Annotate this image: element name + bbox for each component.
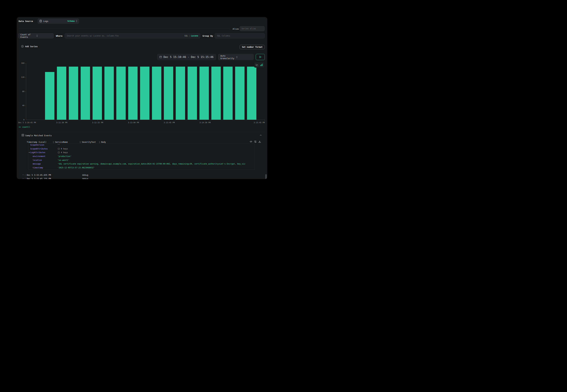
column-header-body[interactable]: Body: [99, 141, 106, 143]
chart-bar: [45, 72, 54, 120]
chevron-right-icon[interactable]: ›: [22, 173, 24, 176]
plus-circle-icon: [21, 45, 24, 48]
event-severity: debug: [82, 178, 88, 179]
chart-bar: [199, 67, 209, 120]
column-header-label: ServiceName: [55, 141, 68, 143]
attribute-key: message: [33, 163, 41, 165]
data-source-value: Logs: [43, 20, 68, 22]
chart-legend: count(): [19, 126, 30, 128]
x-axis-tick-label: 3:11:30 PM: [56, 122, 67, 124]
aggregate-select[interactable]: Count of Events: [18, 33, 54, 39]
line-chart-icon[interactable]: [256, 64, 259, 66]
series-alias-input[interactable]: Series alias: [240, 26, 264, 31]
search-placeholder: Search your events w/ Lucene ex. column:…: [67, 35, 119, 37]
x-axis-tick-label: 3:13:00 PM: [128, 122, 139, 124]
attribute-row[interactable]: environment "production": [28, 154, 255, 158]
attribute-value: production: [59, 155, 70, 157]
events-toolbar: [250, 140, 261, 143]
y-axis-tick-label: 120: [17, 76, 25, 78]
granularity-value: Auto Granularity: [221, 55, 236, 60]
query-builder-panel: Data Source Logs Schema Alias Series ali…: [17, 17, 267, 179]
query-language-toggle[interactable]: SQL|Lucene: [184, 35, 198, 37]
search-input[interactable]: Search your events w/ Lucene ex. column:…: [65, 33, 200, 39]
drag-handle-icon[interactable]: [53, 141, 54, 143]
where-label: Where: [56, 35, 62, 37]
chart-bar: [164, 67, 173, 120]
y-axis-tick: [25, 77, 26, 78]
x-axis-tick-label: Dec 5 3:10:45 PM: [18, 122, 36, 124]
drag-handle-icon[interactable]: [80, 141, 81, 143]
date-range-picker[interactable]: Dec 5 15:10:46 - Dec 5 15:15:46: [157, 54, 216, 60]
event-row[interactable]: › Dec 5 3:15:45.235 PM debug: [17, 177, 267, 179]
code-icon[interactable]: [250, 140, 252, 143]
data-source-label: Data Source: [19, 20, 33, 22]
attribute-key: location: [33, 159, 42, 161]
drag-handle-icon[interactable]: [99, 141, 100, 143]
chart-bar: [128, 67, 138, 120]
column-header-severitytext[interactable]: SeverityText: [80, 141, 96, 143]
attribute-row[interactable]: message "SSL certificate expiration warn…: [28, 162, 255, 166]
attribute-row[interactable]: location "us-west1": [28, 158, 255, 162]
series-alias-placeholder: Series alias: [241, 28, 256, 30]
x-axis-tick-label: 3:12:15 PM: [92, 122, 103, 124]
event-timestamp: Dec 5 3:15:45.235 PM: [27, 178, 51, 179]
bar-chart-icon[interactable]: [260, 64, 263, 66]
group-by-input[interactable]: SQL Columns: [215, 33, 265, 39]
chevron-updown-icon: [76, 20, 77, 22]
lucene-toggle[interactable]: Lucene: [191, 35, 198, 37]
data-source-select[interactable]: Logs Schema: [38, 18, 79, 24]
attribute-row[interactable]: ▼ LogAttributes {}4 keys: [28, 151, 255, 154]
column-header-label: SeverityText: [82, 141, 96, 143]
aggregate-value: Count of Events: [20, 33, 36, 38]
toggle-divider: |: [188, 35, 191, 37]
column-header-timestamp[interactable]: Timestamp (Local): [27, 141, 46, 143]
attribute-row[interactable]: timestamp "2025-12-05T13:57:23.082306893…: [28, 166, 255, 170]
chart-bar: [247, 67, 256, 120]
chevron-updown-icon: [36, 34, 52, 37]
event-severity: debug: [82, 174, 88, 176]
y-axis-tick-label: 40: [17, 104, 25, 107]
severity-indicator: [25, 174, 25, 176]
attribute-row[interactable]: ScopeVersion "": [28, 144, 255, 147]
x-axis-tick-label: 3:15:45 PM: [254, 122, 265, 124]
caret-down-icon[interactable]: ▼: [29, 151, 30, 154]
chart-bar: [69, 67, 78, 120]
date-range-value: Dec 5 15:10:46 - Dec 5 15:15:46: [164, 56, 214, 59]
schema-link[interactable]: Schema: [68, 20, 75, 22]
chart-bar: [81, 67, 90, 120]
column-header-servicename[interactable]: ServiceName: [53, 141, 68, 143]
legend-series-name[interactable]: count(): [22, 126, 30, 128]
event-timestamp: Dec 5 3:15:45.635 PM: [27, 174, 51, 176]
group-by-label: Group By: [203, 35, 213, 37]
attribute-key: LogAttributes: [30, 151, 45, 154]
x-axis-tick-label: 3:14:30 PM: [199, 122, 210, 124]
chevron-right-icon[interactable]: ›: [22, 177, 24, 179]
chart-bar: [116, 67, 126, 120]
x-axis-tick: [169, 120, 169, 121]
granularity-select[interactable]: Auto Granularity: [218, 54, 254, 60]
divider: [18, 132, 265, 132]
download-icon[interactable]: [258, 140, 261, 143]
x-axis-tick: [97, 120, 98, 121]
set-number-format-button[interactable]: Set number format: [240, 45, 265, 49]
list-icon: [22, 134, 24, 136]
scrollbar-thumb[interactable]: [265, 174, 267, 179]
chart-bar: [176, 67, 185, 120]
sql-toggle[interactable]: SQL: [184, 35, 188, 37]
database-icon: [40, 20, 42, 22]
chart-bar: [93, 67, 102, 120]
object-brace: {}: [57, 148, 60, 150]
event-row[interactable]: › Dec 5 3:15:45.635 PM debug: [17, 173, 267, 177]
attribute-row[interactable]: ScopeAttributes {}0 keys: [28, 147, 255, 151]
chart-type-toggle: [254, 62, 264, 68]
chart-plot: [26, 63, 265, 120]
run-query-button[interactable]: [256, 54, 265, 60]
attribute-value: SSL certificate expiration warning, doma…: [59, 163, 245, 165]
chart-bar: [211, 67, 221, 120]
expanded-event-detail: ScopeVersion "" ScopeAttributes {}0 keys…: [28, 144, 255, 170]
y-axis-tick-label: 80: [17, 90, 25, 93]
text-wrap-icon[interactable]: [254, 140, 257, 143]
add-series-button[interactable]: Add Series: [21, 45, 38, 48]
chevron-up-icon[interactable]: [260, 135, 262, 136]
attribute-key: ScopeAttributes: [30, 148, 48, 150]
